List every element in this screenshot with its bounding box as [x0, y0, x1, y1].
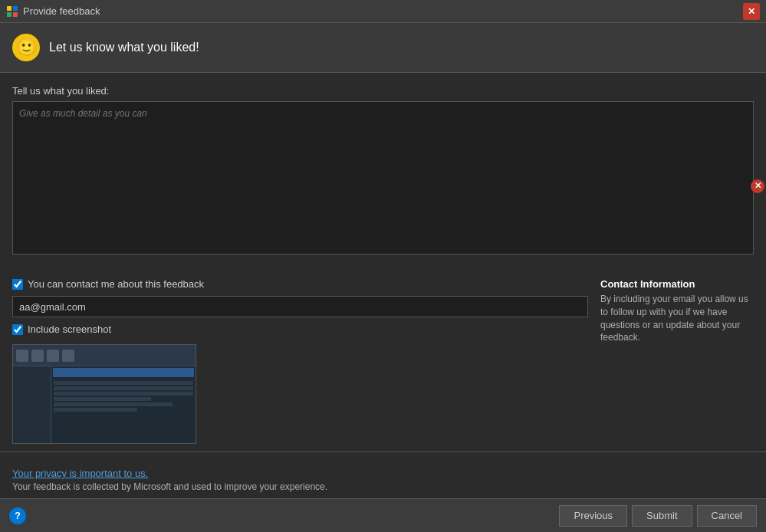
ss-icon-4 [62, 350, 74, 362]
title-bar-left: Provide feedback [6, 5, 100, 18]
footer: ? Previous Submit Cancel [0, 498, 766, 532]
privacy-text: Your feedback is collected by Microsoft … [12, 481, 754, 492]
main-content: Tell us what you liked: ✕ You can contac… [0, 73, 766, 452]
contact-checkbox-row: You can contact me about this feedback [12, 278, 588, 290]
feedback-label: Tell us what you liked: [12, 85, 754, 97]
ss-row-5 [54, 402, 173, 406]
ss-topbar [53, 368, 194, 377]
ss-sidebar [13, 366, 51, 443]
svg-rect-3 [13, 12, 18, 17]
feedback-textarea[interactable] [12, 101, 754, 255]
footer-left: ? [9, 507, 26, 524]
header-section: 🙂 Let us know what you liked! [0, 23, 766, 73]
submit-button[interactable]: Submit [632, 505, 692, 527]
ss-row-4 [54, 397, 151, 401]
ss-row-1 [54, 381, 193, 385]
header-title: Let us know what you liked! [49, 41, 199, 54]
cancel-button[interactable]: Cancel [697, 505, 757, 527]
contact-info-title: Contact Information [600, 278, 754, 290]
footer-buttons: Previous Submit Cancel [559, 505, 757, 527]
title-bar-title: Provide feedback [23, 5, 100, 17]
ss-icon-2 [31, 350, 44, 362]
smiley-icon: 🙂 [12, 34, 40, 61]
contact-checkbox[interactable] [12, 279, 23, 290]
form-left: You can contact me about this feedback I… [12, 278, 588, 444]
title-bar: Provide feedback ✕ [0, 0, 766, 23]
screenshot-placeholder [13, 345, 196, 443]
screenshot-preview [12, 344, 196, 444]
ss-row-2 [54, 386, 193, 390]
ss-body [13, 366, 196, 443]
ss-content-rows [51, 379, 196, 414]
ss-main [51, 366, 196, 443]
ss-row-6 [54, 408, 137, 412]
contact-info-text: By including your email you allow us to … [600, 293, 754, 344]
ss-icon-3 [47, 350, 59, 362]
screenshot-checkbox[interactable] [12, 324, 23, 335]
screenshot-checkbox-label[interactable]: Include screenshot [28, 323, 111, 335]
contact-info-section: Contact Information By including your em… [600, 278, 754, 344]
svg-rect-2 [7, 12, 12, 17]
ss-row-3 [54, 392, 193, 396]
privacy-link[interactable]: Your privacy is important to us. [12, 468, 148, 479]
svg-rect-0 [7, 6, 12, 11]
ss-toolbar [13, 345, 196, 366]
contact-checkbox-label[interactable]: You can contact me about this feedback [28, 278, 204, 290]
email-input[interactable] [12, 296, 588, 317]
ss-icon-1 [16, 350, 28, 362]
screenshot-checkbox-row: Include screenshot [12, 323, 588, 335]
app-icon [6, 5, 18, 18]
textarea-clear-button[interactable]: ✕ [751, 179, 764, 193]
privacy-section: Your privacy is important to us. Your fe… [0, 460, 766, 498]
form-bottom: You can contact me about this feedback I… [12, 278, 754, 444]
svg-rect-1 [13, 6, 18, 11]
close-button[interactable]: ✕ [743, 3, 760, 20]
help-button[interactable]: ? [9, 507, 26, 524]
divider [0, 452, 766, 452]
textarea-wrapper: ✕ [12, 101, 754, 271]
previous-button[interactable]: Previous [559, 505, 627, 527]
